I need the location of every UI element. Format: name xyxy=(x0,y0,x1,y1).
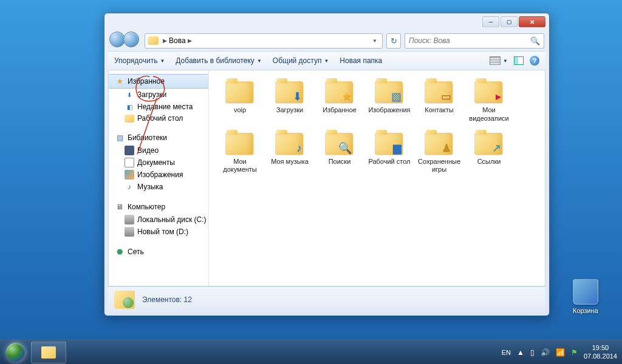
folder-item[interactable]: ▆Рабочий стол xyxy=(366,129,413,176)
sidebar-favorites[interactable]: ★Избранное xyxy=(109,74,208,89)
sidebar-item-images[interactable]: Изображения xyxy=(109,169,208,181)
folder-label: Мои видеозаписи xyxy=(466,106,511,123)
taskbar: EN ▲ ▯ 🔊 📶 ⚑ 19:50 07.08.2014 xyxy=(0,340,622,364)
new-folder-button[interactable]: Новая папка xyxy=(340,56,382,65)
status-folder-icon xyxy=(114,291,135,309)
recent-icon xyxy=(125,102,134,112)
overlay-icon: ★ xyxy=(342,90,352,103)
status-text: Элементов: 12 xyxy=(142,295,192,304)
start-button[interactable] xyxy=(1,342,30,363)
share-menu[interactable]: Общий доступ▼ xyxy=(273,56,329,65)
folder-label: Избранное xyxy=(317,106,362,115)
folder-label: Контакты xyxy=(417,106,462,115)
folder-item[interactable]: ▧Изображения xyxy=(366,78,413,124)
search-icon: 🔍 xyxy=(530,36,540,46)
folder-label: Ссылки xyxy=(466,158,511,166)
recycle-bin-label: Корзина xyxy=(567,307,604,314)
sidebar-item-downloads[interactable]: Загрузки xyxy=(109,89,208,101)
overlay-icon: ♟ xyxy=(442,141,451,155)
taskbar-explorer[interactable] xyxy=(31,342,66,363)
folder-item[interactable]: 🔍Поиски xyxy=(316,129,363,176)
organize-menu[interactable]: Упорядочить▼ xyxy=(114,56,165,65)
view-menu[interactable]: ▼ xyxy=(490,56,508,65)
toolbar: Упорядочить▼ Добавить в библиотеку▼ Общи… xyxy=(108,51,545,70)
breadcrumb[interactable]: ▶ Вова ▶ ▼ xyxy=(145,33,383,49)
overlay-icon: ▧ xyxy=(391,90,402,103)
folder-item[interactable]: ↗Ссылки xyxy=(465,129,513,176)
folder-item[interactable]: ★Избранное xyxy=(316,78,363,124)
volume-icon[interactable]: 🔊 xyxy=(541,348,550,357)
overlay-icon: ↗ xyxy=(492,141,501,155)
folder-label: Рабочий стол xyxy=(367,158,412,166)
search-box[interactable]: 🔍 xyxy=(405,33,544,49)
titlebar[interactable]: ─ ▢ ✕ xyxy=(104,13,549,30)
sidebar-item-recent[interactable]: Недавние места xyxy=(109,101,208,113)
maximize-button[interactable]: ▢ xyxy=(501,16,518,27)
recycle-bin-icon xyxy=(573,279,598,305)
add-to-library-menu[interactable]: Добавить в библиотеку▼ xyxy=(176,56,261,65)
folder-label: Моя музыка xyxy=(267,158,312,166)
sidebar-item-disk-c[interactable]: Локальный диск (C:) xyxy=(109,214,208,226)
search-input[interactable] xyxy=(409,36,530,45)
network-icon: ⬣ xyxy=(115,247,125,257)
folder-item[interactable]: voip xyxy=(216,78,264,124)
sidebar-network[interactable]: ⬣Сеть xyxy=(109,245,208,258)
folder-label: Поиски xyxy=(317,158,362,166)
status-bar: Элементов: 12 xyxy=(108,286,545,312)
forward-button-icon[interactable] xyxy=(123,32,139,47)
close-button[interactable]: ✕ xyxy=(519,16,545,27)
minimize-button[interactable]: ─ xyxy=(482,16,499,27)
sidebar-computer[interactable]: 🖥Компьютер xyxy=(109,200,208,214)
folder-label: Мои документы xyxy=(217,158,262,175)
folder-item[interactable]: ▸Мои видеозаписи xyxy=(465,78,513,124)
overlay-icon: ⬇ xyxy=(293,90,302,103)
sidebar-libraries[interactable]: ▤Библиотеки xyxy=(109,131,208,144)
sidebar-item-desktop[interactable]: Рабочий стол xyxy=(109,113,208,124)
folder-item[interactable]: ⬇Загрузки xyxy=(266,78,313,124)
nav-back-forward[interactable] xyxy=(109,32,141,50)
desktop-recycle-bin[interactable]: Корзина xyxy=(567,279,604,314)
folder-label: voip xyxy=(217,106,262,115)
document-icon xyxy=(125,158,134,167)
folder-label: Изображения xyxy=(367,106,412,115)
preview-pane-button[interactable] xyxy=(514,56,524,65)
battery-icon[interactable]: ▯ xyxy=(530,348,535,357)
star-icon: ★ xyxy=(115,76,125,86)
help-button[interactable]: ? xyxy=(530,56,539,66)
view-icon xyxy=(490,56,501,65)
download-icon xyxy=(125,90,134,99)
sidebar-item-video[interactable]: Видео xyxy=(109,144,208,157)
overlay-icon: ▭ xyxy=(441,90,451,103)
sidebar-item-music[interactable]: Музыка xyxy=(109,181,208,193)
folder-item[interactable]: ▭Контакты xyxy=(415,78,463,124)
folder-icon xyxy=(148,36,159,45)
content-pane[interactable]: voip⬇Загрузки★Избранное▧Изображения▭Конт… xyxy=(209,70,545,286)
disk-icon xyxy=(125,227,134,237)
folder-label: Загрузки xyxy=(267,106,312,115)
sidebar: ★Избранное Загрузки Недавние места Рабоч… xyxy=(109,70,209,286)
explorer-window: ─ ▢ ✕ ▶ Вова ▶ ▼ ↻ 🔍 Упорядочить▼ Добави… xyxy=(104,13,550,316)
action-center-icon[interactable]: ⚑ xyxy=(571,348,578,357)
refresh-button[interactable]: ↻ xyxy=(386,33,401,49)
chevron-right-icon: ▶ xyxy=(188,38,192,44)
chevron-right-icon: ▶ xyxy=(163,38,167,44)
flag-icon[interactable]: ▲ xyxy=(517,348,524,357)
sidebar-item-documents[interactable]: Документы xyxy=(109,157,208,169)
image-icon xyxy=(125,170,134,180)
nav-bar: ▶ Вова ▶ ▼ ↻ 🔍 xyxy=(104,30,549,51)
overlay-icon: 🔍 xyxy=(338,141,352,155)
network-icon[interactable]: 📶 xyxy=(556,348,565,357)
library-icon: ▤ xyxy=(115,133,125,143)
tray-language[interactable]: EN xyxy=(502,349,511,356)
sidebar-item-disk-d[interactable]: Новый том (D:) xyxy=(109,226,208,238)
folder-item[interactable]: ♟Сохраненные игры xyxy=(415,129,463,176)
folder-item[interactable]: Мои документы xyxy=(216,129,264,176)
disk-icon xyxy=(125,215,134,224)
windows-logo-icon xyxy=(6,343,26,362)
folder-icon xyxy=(125,115,134,123)
breadcrumb-segment[interactable]: Вова xyxy=(169,36,186,45)
folder-item[interactable]: ♪Моя музыка xyxy=(266,129,313,176)
chevron-down-icon[interactable]: ▼ xyxy=(370,38,380,44)
video-icon xyxy=(125,146,134,155)
tray-clock[interactable]: 19:50 07.08.2014 xyxy=(584,344,617,360)
